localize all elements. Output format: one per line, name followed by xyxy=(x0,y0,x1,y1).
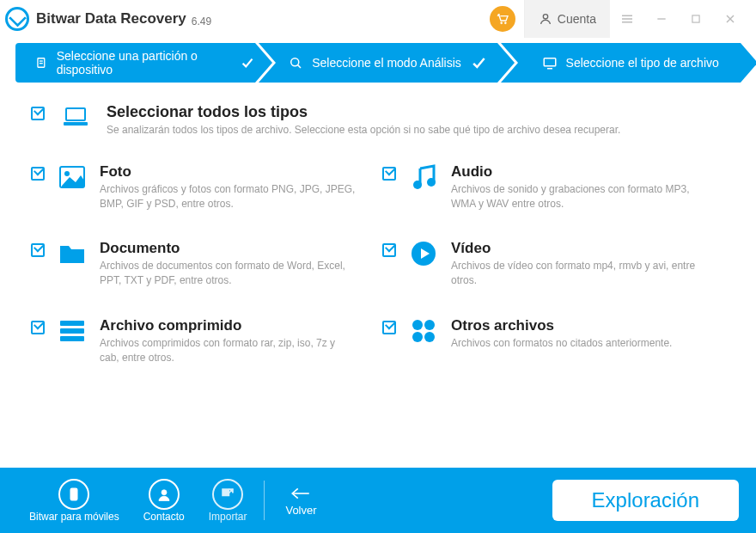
maximize-button[interactable] xyxy=(679,0,713,38)
svg-rect-26 xyxy=(60,321,84,326)
svg-point-30 xyxy=(424,320,435,330)
svg-rect-7 xyxy=(692,15,699,22)
svg-point-2 xyxy=(543,15,547,19)
archive-desc: Archivos comprimidos con formato rar, zi… xyxy=(100,336,357,365)
checkbox-audio[interactable] xyxy=(382,167,396,181)
video-title: Vídeo xyxy=(451,240,709,257)
laptop-icon xyxy=(60,103,91,131)
svg-point-32 xyxy=(424,332,435,342)
footer-divider xyxy=(264,481,265,520)
all-desc: Se analizarán todos los tipos de archivo… xyxy=(107,123,620,138)
file-type-panel: Seleccionar todos los tipos Se analizará… xyxy=(0,83,756,365)
svg-point-31 xyxy=(412,332,423,342)
other-desc: Archivos con formatos no citados anterio… xyxy=(451,336,672,351)
svg-point-13 xyxy=(291,58,299,66)
titlebar: Bitwar Data Recovery 6.49 Cuenta xyxy=(0,0,756,38)
minimize-button[interactable] xyxy=(644,0,679,38)
purchase-button[interactable] xyxy=(490,6,515,32)
step-scan-mode[interactable]: Seleccione el modo Análisis xyxy=(259,43,498,83)
step1-label: Seleccione una partición o dispositivo xyxy=(57,49,232,77)
folder-icon xyxy=(57,240,88,288)
monitor-icon xyxy=(542,55,558,70)
wizard-steps: Seleccione una partición o dispositivo S… xyxy=(15,43,741,83)
step3-label: Seleccione el tipo de archivo xyxy=(566,56,719,70)
checkbox-all[interactable] xyxy=(31,107,45,120)
check-icon xyxy=(240,54,254,71)
scan-button[interactable]: Exploración xyxy=(552,480,739,521)
svg-rect-28 xyxy=(60,336,84,341)
checkbox-other[interactable] xyxy=(382,321,396,334)
archive-title: Archivo comprimido xyxy=(100,317,357,334)
search-icon xyxy=(288,55,303,70)
type-other: Otros archivos Archivos con formatos no … xyxy=(382,317,725,365)
svg-point-22 xyxy=(427,178,436,187)
svg-rect-17 xyxy=(66,108,85,120)
footer-mobile-button[interactable]: Bitwar para móviles xyxy=(17,479,131,523)
checkbox-document[interactable] xyxy=(31,243,45,257)
checkbox-video[interactable] xyxy=(382,243,396,257)
play-icon xyxy=(408,240,439,288)
svg-point-20 xyxy=(64,171,70,176)
cart-icon xyxy=(496,12,509,26)
maximize-icon xyxy=(690,13,702,25)
type-photo: Foto Archivos gráficos y fotos con forma… xyxy=(31,163,374,211)
type-audio: Audio Archivos de sonido y grabaciones c… xyxy=(382,163,725,211)
close-icon xyxy=(723,12,737,26)
svg-line-14 xyxy=(298,65,301,68)
select-all-row: Seleccionar todos los tipos Se analizará… xyxy=(31,103,725,138)
back-button[interactable]: Volver xyxy=(277,485,325,517)
video-desc: Archivos de vídeo con formato mp4, rmvb … xyxy=(451,259,709,288)
app-version: 6.49 xyxy=(192,15,211,28)
footer-bar: Bitwar para móviles Contacto Importar Vo… xyxy=(0,468,756,533)
back-label: Volver xyxy=(285,504,316,517)
checkbox-archive[interactable] xyxy=(31,321,45,334)
footer-import-button[interactable]: Importar xyxy=(197,479,259,523)
app-title: Bitwar Data Recovery xyxy=(36,10,186,28)
clipboard-icon xyxy=(34,55,48,70)
svg-point-1 xyxy=(504,22,506,24)
svg-point-34 xyxy=(74,497,76,499)
step2-label: Seleccione el modo Análisis xyxy=(312,56,461,70)
type-document: Documento Archivos de documentos con for… xyxy=(31,240,374,288)
grid-icon xyxy=(408,317,439,365)
account-label: Cuenta xyxy=(558,12,596,26)
minimize-icon xyxy=(655,12,668,26)
footer-contact-button[interactable]: Contacto xyxy=(131,479,197,523)
phone-icon xyxy=(66,487,82,502)
document-desc: Archivos de documentos con formato de Wo… xyxy=(100,259,357,288)
footer-mobile-label: Bitwar para móviles xyxy=(29,511,119,523)
menu-button[interactable] xyxy=(610,0,644,38)
step-select-partition[interactable]: Seleccione una partición o dispositivo xyxy=(15,43,255,83)
import-icon xyxy=(220,487,235,502)
audio-desc: Archivos de sonido y grabaciones con for… xyxy=(451,182,709,211)
footer-import-label: Importar xyxy=(209,511,247,523)
checkbox-photo[interactable] xyxy=(31,167,45,181)
music-icon xyxy=(408,163,439,211)
all-title: Seleccionar todos los tipos xyxy=(107,103,620,121)
step-file-type[interactable]: Seleccione el tipo de archivo xyxy=(501,43,741,83)
account-button[interactable]: Cuenta xyxy=(524,0,610,38)
person-icon xyxy=(539,12,552,26)
type-archive: Archivo comprimido Archivos comprimidos … xyxy=(31,317,374,365)
arrow-left-icon xyxy=(290,485,312,502)
document-title: Documento xyxy=(100,240,357,257)
svg-rect-18 xyxy=(64,122,88,126)
svg-point-29 xyxy=(412,320,423,330)
svg-point-35 xyxy=(162,489,167,494)
svg-point-0 xyxy=(501,22,503,24)
svg-rect-27 xyxy=(60,328,84,334)
svg-rect-15 xyxy=(544,58,556,66)
person2-icon xyxy=(156,487,172,502)
photo-desc: Archivos gráficos y fotos con formato PN… xyxy=(100,182,357,211)
footer-contact-label: Contacto xyxy=(143,511,185,523)
stack-icon xyxy=(57,317,88,365)
other-title: Otros archivos xyxy=(451,317,672,334)
type-video: Vídeo Archivos de vídeo con formato mp4,… xyxy=(382,240,725,288)
app-logo-icon xyxy=(5,7,29,31)
photo-title: Foto xyxy=(100,163,357,181)
check-icon xyxy=(470,54,487,71)
close-button[interactable] xyxy=(713,0,747,38)
audio-title: Audio xyxy=(451,163,709,181)
image-icon xyxy=(57,163,88,211)
hamburger-icon xyxy=(619,11,635,27)
